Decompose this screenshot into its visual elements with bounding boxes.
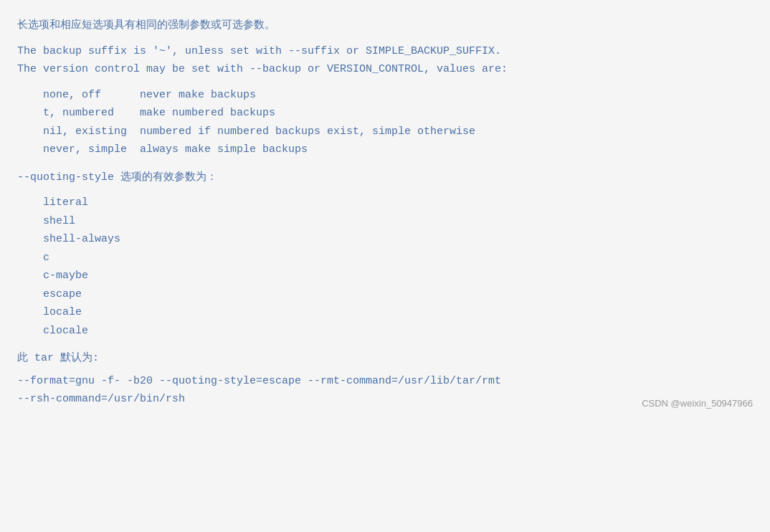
vc-key-3: never, simple <box>43 143 140 156</box>
qs-escape: escape <box>43 285 753 304</box>
tar-commands: --format=gnu -f- -b20 --quoting-style=es… <box>17 372 501 409</box>
vc-key-0: none, off <box>43 89 140 101</box>
backup-line2: The version control may be set with --ba… <box>17 60 753 79</box>
content-area: 长选项和相应短选项具有相同的强制参数或可选参数。 The backup suff… <box>17 14 753 409</box>
vc-desc-0: never make backups <box>140 89 256 101</box>
vc-key-1: t, numbered <box>43 107 140 119</box>
vc-desc-2: numbered if numbered backups exist, simp… <box>140 125 475 138</box>
vc-desc-3: always make simple backups <box>140 143 308 156</box>
qs-c: c <box>43 249 753 267</box>
vc-desc-1: make numbered backups <box>140 107 275 119</box>
backup-line1: The backup suffix is '~', unless set wit… <box>17 42 753 61</box>
csdn-credit: CSDN @weixin_50947966 <box>642 398 753 409</box>
vc-entry-2: nil, existing numbered if numbered backu… <box>43 123 753 141</box>
footer-row: --format=gnu -f- -b20 --quoting-style=es… <box>17 372 753 409</box>
qs-shell-always: shell-always <box>43 230 753 249</box>
qs-locale: locale <box>43 303 753 322</box>
qs-c-maybe: c-maybe <box>43 267 753 285</box>
tar-default-zh: 此 tar 默认为: <box>17 347 753 369</box>
vc-entry-3: never, simple always make simple backups <box>43 141 753 159</box>
vc-key-2: nil, existing <box>43 125 140 138</box>
tar-default-line1: --format=gnu -f- -b20 --quoting-style=es… <box>17 372 501 391</box>
version-control-list: none, off never make backups t, numbered… <box>17 86 753 159</box>
qs-clocale: clocale <box>43 322 753 341</box>
tar-default-line2: --rsh-command=/usr/bin/rsh <box>17 390 501 409</box>
vc-entry-1: t, numbered make numbered backups <box>43 104 753 123</box>
quoting-styles-list: literal shell shell-always c c-maybe esc… <box>17 194 753 340</box>
qs-shell: shell <box>43 212 753 231</box>
vc-entry-0: none, off never make backups <box>43 86 753 105</box>
intro-zh: 长选项和相应短选项具有相同的强制参数或可选参数。 <box>17 14 753 35</box>
quoting-intro-zh: --quoting-style 选项的有效参数为： <box>17 166 753 187</box>
qs-literal: literal <box>43 194 753 212</box>
